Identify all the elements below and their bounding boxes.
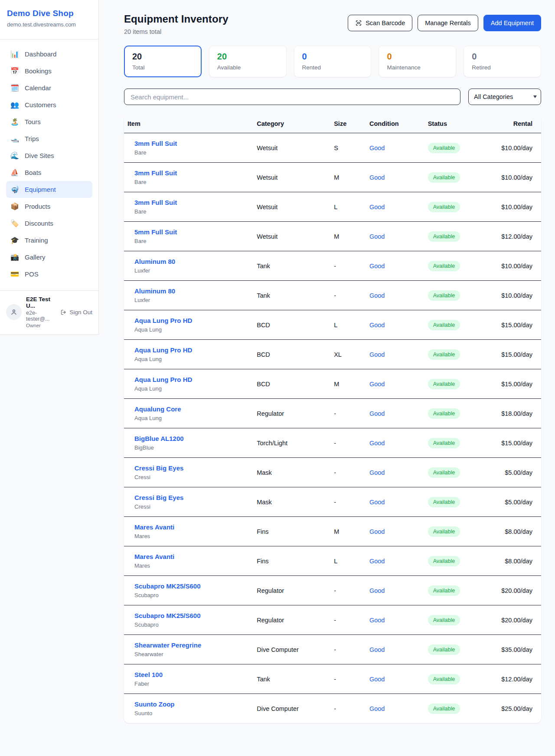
table-row: Scubapro MK25/S600 Scubapro Regulator - …: [124, 576, 541, 605]
sidebar-item-training[interactable]: 🎓 Training: [6, 232, 92, 249]
item-condition-link[interactable]: Good: [369, 351, 385, 358]
item-condition-link[interactable]: Good: [369, 617, 385, 624]
table-row: Aqua Lung Pro HD Aqua Lung BCD M Good Av…: [124, 369, 541, 399]
sidebar-item-products[interactable]: 📦 Products: [6, 198, 92, 215]
sidebar-item-discounts[interactable]: 🏷️ Discounts: [6, 215, 92, 232]
sidebar-item-tours[interactable]: 🏝️ Tours: [6, 113, 92, 130]
item-link[interactable]: Aqua Lung Pro HD: [134, 376, 192, 383]
item-condition-link[interactable]: Good: [369, 528, 385, 535]
sidebar-item-pos[interactable]: 💳 POS: [6, 266, 92, 283]
table-row: 3mm Full Suit Bare Wetsuit S Good Availa…: [124, 133, 541, 163]
sidebar-item-boats[interactable]: ⛵ Boats: [6, 164, 92, 181]
item-link[interactable]: 5mm Full Suit: [134, 228, 177, 236]
sidebar-item-gallery[interactable]: 📸 Gallery: [6, 249, 92, 266]
item-condition-link[interactable]: Good: [369, 676, 385, 683]
item-rental-price: $15.00/day: [501, 351, 532, 358]
item-condition-link[interactable]: Good: [369, 440, 385, 447]
item-category: Dive Computer: [253, 635, 330, 664]
item-condition-link[interactable]: Good: [369, 558, 385, 565]
sidebar-item-bookings[interactable]: 📅 Bookings: [6, 62, 92, 79]
sign-out-button[interactable]: Sign Out: [60, 309, 92, 316]
sidebar-item-customers[interactable]: 👥 Customers: [6, 96, 92, 113]
item-category: Tank: [253, 251, 330, 281]
item-rental-price: $15.00/day: [501, 322, 532, 329]
stat-card-available[interactable]: 20 Available: [209, 46, 287, 77]
stat-card-rented[interactable]: 0 Rented: [294, 46, 372, 77]
item-condition-link[interactable]: Good: [369, 292, 385, 299]
item-condition-link[interactable]: Good: [369, 705, 385, 712]
manage-rentals-button[interactable]: Manage Rentals: [418, 15, 478, 31]
item-link[interactable]: Cressi Big Eyes: [134, 464, 183, 472]
item-link[interactable]: Scubapro MK25/S600: [134, 582, 201, 590]
sign-out-label: Sign Out: [69, 309, 92, 316]
item-size: -: [330, 399, 366, 428]
item-condition-link[interactable]: Good: [369, 410, 385, 417]
stat-card-retired[interactable]: 0 Retired: [464, 46, 541, 77]
category-select[interactable]: All Categories: [468, 89, 541, 105]
item-link[interactable]: Aqua Lung Pro HD: [134, 317, 192, 324]
item-link[interactable]: Aqua Lung Pro HD: [134, 346, 192, 354]
item-link[interactable]: Scubapro MK25/S600: [134, 612, 201, 619]
item-condition-link[interactable]: Good: [369, 204, 385, 210]
item-condition-link[interactable]: Good: [369, 499, 385, 506]
item-condition-link[interactable]: Good: [369, 469, 385, 476]
status-badge: Available: [428, 615, 460, 625]
item-link[interactable]: Mares Avanti: [134, 553, 174, 560]
item-link[interactable]: 3mm Full Suit: [134, 199, 177, 206]
item-brand: Bare: [134, 179, 250, 185]
item-brand: Scubapro: [134, 592, 250, 598]
sidebar-item-trips[interactable]: 🛥️ Trips: [6, 130, 92, 147]
sidebar-item-dashboard[interactable]: 📊 Dashboard: [6, 46, 92, 62]
stat-card-total[interactable]: 20 Total: [124, 46, 202, 77]
item-link[interactable]: Suunto Zoop: [134, 700, 174, 708]
nav-item-icon: 🌊: [10, 151, 19, 160]
item-condition-link[interactable]: Good: [369, 381, 385, 388]
item-link[interactable]: Steel 100: [134, 671, 163, 678]
item-condition-link[interactable]: Good: [369, 174, 385, 181]
item-link[interactable]: Aluminum 80: [134, 258, 175, 265]
search-input[interactable]: [124, 89, 460, 105]
sidebar-item-equipment[interactable]: 🤿 Equipment: [6, 181, 92, 198]
item-category: Dive Computer: [253, 694, 330, 723]
nav-item-icon: 🏷️: [10, 219, 19, 227]
stat-label: Maintenance: [387, 64, 448, 71]
item-link[interactable]: 3mm Full Suit: [134, 169, 177, 177]
table-row: Suunto Zoop Suunto Dive Computer - Good …: [124, 694, 541, 723]
item-condition-link[interactable]: Good: [369, 263, 385, 270]
brand: Demo Dive Shop: [7, 9, 91, 18]
nav-item-label: Discounts: [25, 220, 53, 227]
item-condition-link[interactable]: Good: [369, 233, 385, 240]
item-condition-link[interactable]: Good: [369, 322, 385, 329]
item-link[interactable]: Shearwater Peregrine: [134, 641, 201, 649]
item-link[interactable]: BigBlue AL1200: [134, 435, 184, 442]
scan-barcode-label: Scan Barcode: [366, 20, 405, 26]
status-badge: Available: [428, 526, 460, 537]
item-link[interactable]: Cressi Big Eyes: [134, 494, 183, 501]
item-rental-price: $15.00/day: [501, 440, 532, 447]
sidebar-item-dive-sites[interactable]: 🌊 Dive Sites: [6, 147, 92, 164]
item-condition-link[interactable]: Good: [369, 646, 385, 653]
item-condition-link[interactable]: Good: [369, 145, 385, 151]
item-link[interactable]: 3mm Full Suit: [134, 140, 177, 147]
nav-item-icon: 💳: [10, 270, 19, 278]
user-email: e2e-tester@...: [26, 310, 56, 322]
scan-barcode-button[interactable]: Scan Barcode: [348, 15, 412, 31]
nav-item-icon: 📦: [10, 202, 19, 210]
stat-label: Total: [132, 64, 193, 71]
item-size: -: [330, 605, 366, 635]
item-category: Mask: [253, 487, 330, 517]
item-brand: Aqua Lung: [134, 326, 250, 333]
sign-out-icon: [60, 309, 67, 316]
nav-item-label: Gallery: [25, 253, 46, 261]
sidebar: Demo Dive Shop demo.test.divestreams.com…: [0, 0, 99, 335]
add-equipment-button[interactable]: Add Equipment: [483, 15, 541, 31]
table-row: Steel 100 Faber Tank - Good Available $1…: [124, 664, 541, 694]
item-link[interactable]: Aqualung Core: [134, 405, 181, 413]
item-category: Torch/Light: [253, 428, 330, 458]
item-link[interactable]: Aluminum 80: [134, 287, 175, 295]
stat-card-maintenance[interactable]: 0 Maintenance: [379, 46, 456, 77]
item-link[interactable]: Mares Avanti: [134, 523, 174, 531]
item-category: Wetsuit: [253, 222, 330, 251]
item-condition-link[interactable]: Good: [369, 587, 385, 594]
sidebar-item-calendar[interactable]: 🗓️ Calendar: [6, 79, 92, 96]
